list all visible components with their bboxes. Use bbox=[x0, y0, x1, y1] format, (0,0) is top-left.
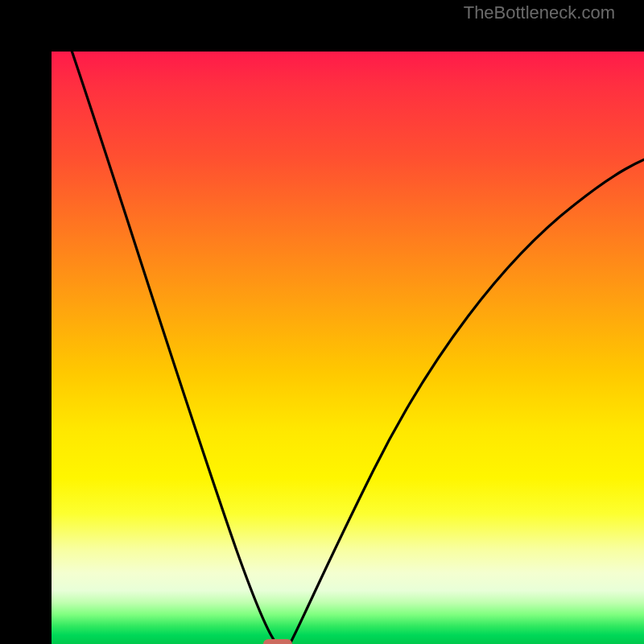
curve-overlay bbox=[52, 52, 644, 644]
plot-area bbox=[52, 52, 644, 644]
right-curve bbox=[290, 152, 644, 644]
left-curve bbox=[69, 52, 277, 644]
bottleneck-marker bbox=[263, 639, 292, 644]
chart-frame bbox=[0, 0, 644, 644]
watermark-text: TheBottleneck.com bbox=[464, 2, 615, 23]
